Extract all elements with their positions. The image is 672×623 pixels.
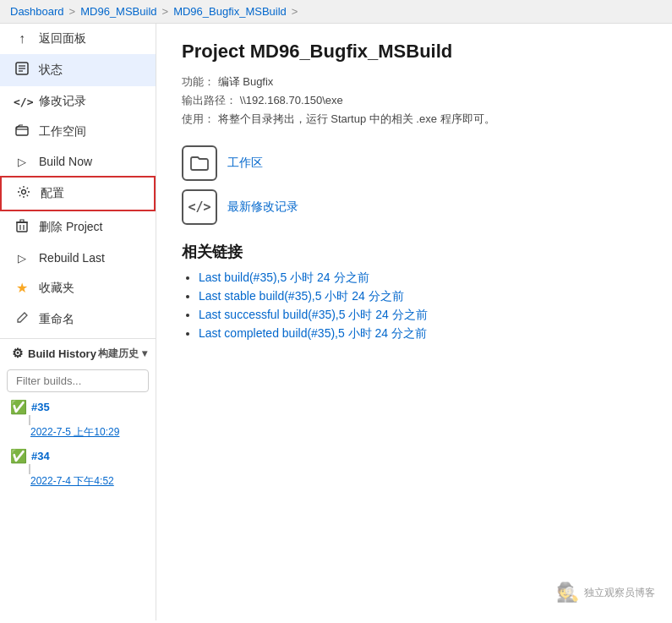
output-label: 输出路径： bbox=[182, 94, 237, 107]
changelog-icon: </> bbox=[14, 96, 30, 108]
sidebar-item-build-now-label: Build Now bbox=[39, 155, 92, 168]
sidebar-item-rebuild-label: Rebuild Last bbox=[39, 251, 105, 265]
usage-value: 将整个目录拷出，运行 Startup 中的相关 .exe 程序即可。 bbox=[218, 112, 495, 125]
project-info: 功能： 编译 Bugfix 输出路径： \\192.168.70.150\exe… bbox=[182, 73, 647, 128]
breadcrumb-sep-2: > bbox=[162, 5, 169, 18]
build-34-check-icon: ✅ bbox=[10, 448, 27, 464]
svg-rect-4 bbox=[16, 127, 28, 135]
sidebar: ↑ 返回面板 状态 </> 修改记录 bbox=[0, 24, 156, 620]
rebuild-icon: ▷ bbox=[14, 252, 30, 265]
breadcrumb-msbuild[interactable]: MD96_MSBuild bbox=[80, 5, 156, 18]
related-links-title: 相关链接 bbox=[182, 242, 647, 262]
build-history-header: ⚙ Build History 构建历史 ▾ bbox=[0, 338, 156, 366]
sidebar-item-build-now[interactable]: ▷ Build Now bbox=[0, 147, 156, 176]
sidebar-item-rename-label: 重命名 bbox=[39, 312, 74, 327]
filter-builds-input[interactable] bbox=[7, 369, 149, 392]
project-title: Project MD96_Bugfix_MSBuild bbox=[182, 41, 647, 63]
breadcrumb: Dashboard > MD96_MSBuild > MD96_Bugfix_M… bbox=[0, 0, 672, 24]
folder-icon bbox=[182, 145, 217, 181]
workspace-link-label: 工作区 bbox=[227, 156, 263, 171]
sidebar-item-delete[interactable]: 删除 Project bbox=[0, 211, 156, 243]
breadcrumb-sep-3: > bbox=[292, 5, 298, 18]
config-icon bbox=[15, 185, 32, 202]
related-links-section: 相关链接 Last build(#35),5 小时 24 分之前 Last st… bbox=[182, 242, 647, 342]
sidebar-item-changelog-label: 修改记录 bbox=[39, 94, 86, 109]
build-history-cn-label: 构建历史 bbox=[98, 347, 139, 361]
star-icon: ★ bbox=[14, 280, 30, 296]
svg-rect-6 bbox=[17, 222, 27, 232]
sidebar-item-status[interactable]: 状态 bbox=[0, 54, 156, 86]
build-entry-34[interactable]: ✅ #34 2022-7-4 下午4:52 bbox=[0, 445, 156, 494]
sidebar-item-config-label: 配置 bbox=[41, 186, 64, 201]
build-now-icon: ▷ bbox=[14, 156, 30, 168]
changelog-quick-link[interactable]: </> 最新修改记录 bbox=[182, 189, 647, 225]
back-icon: ↑ bbox=[14, 31, 30, 46]
sidebar-item-delete-label: 删除 Project bbox=[39, 220, 102, 235]
build-history-gear-icon: ⚙ bbox=[12, 346, 23, 361]
sidebar-item-back[interactable]: ↑ 返回面板 bbox=[0, 24, 156, 54]
sidebar-item-workspace[interactable]: 工作空间 bbox=[0, 117, 156, 147]
sidebar-item-back-label: 返回面板 bbox=[39, 31, 86, 46]
chevron-down-icon: ▾ bbox=[142, 347, 147, 359]
sidebar-item-favorites[interactable]: ★ 收藏夹 bbox=[0, 272, 156, 303]
function-label: 功能： bbox=[182, 75, 215, 88]
last-stable-build-link[interactable]: Last stable build(#35),5 小时 24 分之前 bbox=[199, 289, 404, 303]
main-content: Project MD96_Bugfix_MSBuild 功能： 编译 Bugfi… bbox=[156, 24, 672, 620]
build-history-cn-toggle[interactable]: 构建历史 ▾ bbox=[98, 347, 147, 361]
build-35-divider bbox=[29, 415, 145, 425]
watermark-icon: 🕵 bbox=[556, 582, 579, 604]
related-links-list: Last build(#35),5 小时 24 分之前 Last stable … bbox=[182, 271, 647, 342]
status-icon bbox=[14, 62, 30, 79]
workspace-quick-link[interactable]: 工作区 bbox=[182, 145, 647, 181]
last-successful-build-link[interactable]: Last successful build(#35),5 小时 24 分之前 bbox=[199, 308, 428, 321]
sidebar-item-status-label: 状态 bbox=[39, 63, 63, 78]
list-item: Last build(#35),5 小时 24 分之前 bbox=[199, 271, 647, 286]
build-35-link[interactable]: #35 bbox=[31, 401, 50, 413]
workspace-icon bbox=[14, 124, 30, 139]
delete-icon bbox=[14, 219, 30, 236]
sidebar-item-changelog[interactable]: </> 修改记录 bbox=[0, 86, 156, 117]
changelog-link-label: 最新修改记录 bbox=[227, 199, 298, 215]
list-item: Last completed build(#35),5 小时 24 分之前 bbox=[199, 326, 647, 342]
sidebar-item-rebuild[interactable]: ▷ Rebuild Last bbox=[0, 243, 156, 272]
build-entry-35[interactable]: ✅ #35 2022-7-5 上午10:29 bbox=[0, 396, 156, 445]
sidebar-item-workspace-label: 工作空间 bbox=[39, 124, 86, 139]
build-history-title: Build History bbox=[28, 347, 96, 360]
sidebar-item-rename[interactable]: 重命名 bbox=[0, 303, 156, 335]
build-34-divider bbox=[29, 464, 145, 474]
sidebar-item-favorites-label: 收藏夹 bbox=[39, 281, 74, 296]
output-value: \\192.168.70.150\exe bbox=[240, 94, 343, 107]
build-34-date: 2022-7-4 下午4:52 bbox=[30, 474, 145, 489]
sidebar-item-config[interactable]: 配置 bbox=[0, 176, 156, 211]
watermark: 🕵 独立观察员博客 bbox=[556, 582, 655, 604]
watermark-text: 独立观察员博客 bbox=[584, 586, 655, 600]
last-build-link[interactable]: Last build(#35),5 小时 24 分之前 bbox=[199, 271, 369, 284]
svg-point-5 bbox=[22, 190, 26, 194]
last-completed-build-link[interactable]: Last completed build(#35),5 小时 24 分之前 bbox=[199, 326, 427, 340]
breadcrumb-sep-1: > bbox=[69, 5, 76, 18]
build-34-link[interactable]: #34 bbox=[31, 450, 50, 462]
function-value: 编译 Bugfix bbox=[218, 75, 274, 88]
build-35-check-icon: ✅ bbox=[10, 399, 27, 415]
build-35-date: 2022-7-5 上午10:29 bbox=[30, 425, 145, 440]
breadcrumb-dashboard[interactable]: Dashboard bbox=[10, 5, 64, 18]
rename-icon bbox=[14, 311, 30, 327]
list-item: Last stable build(#35),5 小时 24 分之前 bbox=[199, 289, 647, 304]
list-item: Last successful build(#35),5 小时 24 分之前 bbox=[199, 308, 647, 323]
quick-links: 工作区 </> 最新修改记录 bbox=[182, 145, 647, 225]
breadcrumb-bugfix[interactable]: MD96_Bugfix_MSBuild bbox=[173, 5, 287, 18]
code-icon: </> bbox=[182, 189, 217, 225]
usage-label: 使用： bbox=[182, 112, 215, 125]
